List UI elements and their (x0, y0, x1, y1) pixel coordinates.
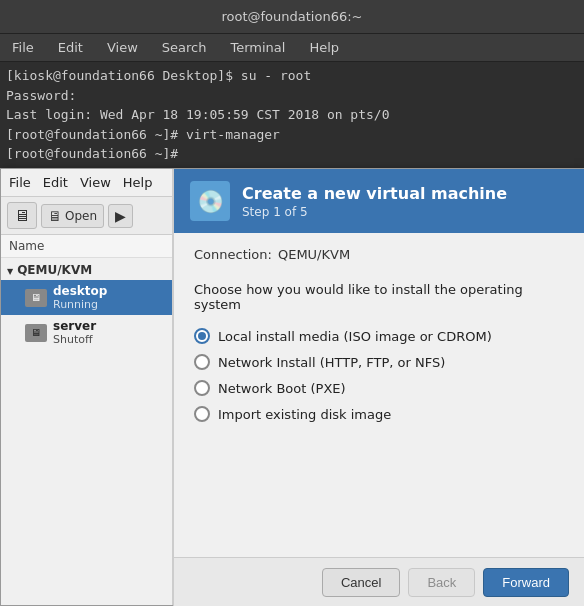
radio-network-install-btn[interactable] (194, 354, 210, 370)
vm-menu-view[interactable]: View (80, 175, 111, 190)
terminal-menubar[interactable]: File Edit View Search Terminal Help (0, 34, 584, 62)
vm-item-server[interactable]: 🖥 server Shutoff (1, 315, 172, 350)
radio-local[interactable]: Local install media (ISO image or CDROM) (194, 328, 565, 344)
radio-local-btn[interactable] (194, 328, 210, 344)
vm-desktop-name: desktop (53, 284, 107, 298)
vm-group-qemu[interactable]: QEMU/KVM (1, 260, 172, 280)
play-icon: ▶ (115, 208, 126, 224)
radio-import-disk-label: Import existing disk image (218, 407, 391, 422)
group-label: QEMU/KVM (17, 263, 92, 277)
radio-network-boot-label: Network Boot (PXE) (218, 381, 346, 396)
forward-button[interactable]: Forward (483, 568, 569, 597)
vm-desktop-icon: 🖥 (25, 289, 47, 307)
vm-server-info: server Shutoff (53, 319, 96, 346)
terminal-line-4: [root@foundation66 ~]# virt-manager (6, 125, 578, 145)
vm-menu-help[interactable]: Help (123, 175, 153, 190)
vm-tree-group: QEMU/KVM 🖥 desktop Running 🖥 server Shut… (1, 258, 172, 352)
dialog-header-text: Create a new virtual machine Step 1 of 5 (242, 184, 507, 219)
vm-item-desktop[interactable]: 🖥 desktop Running (1, 280, 172, 315)
dialog-header: 💿 Create a new virtual machine Step 1 of… (174, 169, 584, 233)
terminal-line-5: [root@foundation66 ~]# (6, 144, 578, 164)
terminal-line-1: [kiosk@foundation66 Desktop]$ su - root (6, 66, 578, 86)
cd-icon: 💿 (197, 189, 224, 214)
terminal-line-3: Last login: Wed Apr 18 19:05:59 CST 2018… (6, 105, 578, 125)
new-vm-toolbar-button[interactable]: 🖥 (7, 202, 37, 229)
dialog-body: Connection: QEMU/KVM Choose how you woul… (174, 233, 584, 557)
install-prompt: Choose how you would like to install the… (194, 282, 565, 312)
menu-search[interactable]: Search (158, 38, 211, 57)
open-label: Open (65, 209, 97, 223)
connection-label: Connection: (194, 247, 272, 262)
vm-menu-file[interactable]: File (9, 175, 31, 190)
terminal-titlebar: root@foundation66:~ (0, 0, 584, 34)
menu-help[interactable]: Help (305, 38, 343, 57)
dialog-footer: Cancel Back Forward (174, 557, 584, 606)
radio-import-disk[interactable]: Import existing disk image (194, 406, 565, 422)
connection-row: Connection: QEMU/KVM (194, 247, 565, 262)
radio-network-boot-btn[interactable] (194, 380, 210, 396)
menu-view[interactable]: View (103, 38, 142, 57)
vm-desktop-status: Running (53, 298, 107, 311)
chevron-down-icon (7, 263, 13, 277)
open-button[interactable]: 🖥 Open (41, 204, 104, 228)
menu-edit[interactable]: Edit (54, 38, 87, 57)
vm-toolbar: 🖥 🖥 Open ▶ (1, 197, 172, 235)
vm-left-menubar[interactable]: File Edit View Help (1, 169, 172, 197)
radio-local-label: Local install media (ISO image or CDROM) (218, 329, 492, 344)
terminal-title: root@foundation66:~ (221, 9, 362, 24)
dialog-step: Step 1 of 5 (242, 205, 507, 219)
radio-network-boot[interactable]: Network Boot (PXE) (194, 380, 565, 396)
vm-server-icon: 🖥 (25, 324, 47, 342)
connection-value: QEMU/KVM (278, 247, 350, 262)
monitor-icon: 🖥 (48, 208, 62, 224)
radio-import-disk-btn[interactable] (194, 406, 210, 422)
dialog-header-icon: 💿 (190, 181, 230, 221)
dialog-title: Create a new virtual machine (242, 184, 507, 203)
virt-manager-window: File Edit View Help 🖥 🖥 Open ▶ Name QEMU… (0, 168, 584, 606)
menu-file[interactable]: File (8, 38, 38, 57)
radio-network-install[interactable]: Network Install (HTTP, FTP, or NFS) (194, 354, 565, 370)
radio-network-install-label: Network Install (HTTP, FTP, or NFS) (218, 355, 445, 370)
vm-name-header: Name (1, 235, 172, 258)
vm-menu-edit[interactable]: Edit (43, 175, 68, 190)
terminal-line-2: Password: (6, 86, 578, 106)
menu-terminal[interactable]: Terminal (226, 38, 289, 57)
cancel-button[interactable]: Cancel (322, 568, 400, 597)
vm-server-name: server (53, 319, 96, 333)
play-button[interactable]: ▶ (108, 204, 133, 228)
name-column-label: Name (9, 239, 44, 253)
new-vm-icon: 🖥 (14, 206, 30, 225)
vm-left-panel: File Edit View Help 🖥 🖥 Open ▶ Name QEMU… (1, 169, 173, 605)
new-vm-dialog: 💿 Create a new virtual machine Step 1 of… (173, 169, 584, 606)
vm-server-status: Shutoff (53, 333, 96, 346)
back-button[interactable]: Back (408, 568, 475, 597)
vm-desktop-info: desktop Running (53, 284, 107, 311)
